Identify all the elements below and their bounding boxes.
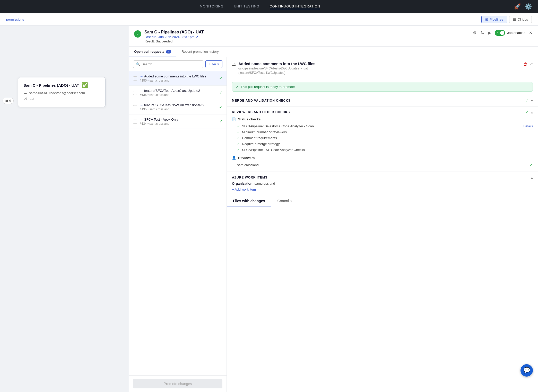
- tab-open-pull-requests[interactable]: Open pull requests 4: [129, 47, 176, 57]
- pr-info-180: → Added some comments into the LWC files…: [140, 74, 216, 82]
- search-input[interactable]: [142, 62, 201, 66]
- compare-button[interactable]: ⇅: [480, 30, 484, 36]
- pipeline-header-info: Sam C - Pipelines (ADO) - UAT Last run: …: [144, 30, 204, 43]
- pr-item-180[interactable]: → Added some comments into the LWC files…: [129, 71, 227, 86]
- ci-jobs-button[interactable]: ☰ CI jobs: [509, 16, 532, 23]
- pr-arrow-icon-136: →: [140, 89, 143, 93]
- pipelines-icon: ⊞: [485, 17, 488, 21]
- detail-title-info: Added some comments into the LWC files g…: [238, 61, 315, 75]
- secondary-navigation: permissions ⊞ Pipelines ☰ CI jobs: [0, 13, 538, 26]
- nav-unit-testing[interactable]: UNIT TESTING: [234, 4, 259, 9]
- pr-detail-header: ⇄ Added some comments into the LWC files…: [227, 57, 538, 79]
- pipeline-card-title: Sam C - Pipelines (ADO) - UAT: [23, 83, 79, 87]
- pr-title-text-136: feature/SFCATest-ApexClassUpdate2: [144, 89, 200, 93]
- check-icon-sfca-scan: ✓: [237, 124, 240, 128]
- pr-author-180: sam.crossland: [150, 79, 169, 82]
- nav-monitoring[interactable]: MONITORING: [200, 4, 223, 9]
- pr-checkbox-136[interactable]: [133, 91, 137, 95]
- details-link-sfca-scan[interactable]: Details: [523, 124, 533, 128]
- tab-files-with-changes[interactable]: Files with changes: [227, 195, 271, 207]
- reviewers-chevron-icon: ▴: [531, 110, 533, 114]
- merge-validation-section: MERGE AND VALIDATION CHECKS ✓ ▾: [227, 95, 538, 106]
- filter-chevron-icon: ▾: [217, 62, 219, 66]
- pr-title-text-135: feature/SFCATest-NoValidExtensionsPt2: [144, 103, 204, 107]
- reviewers-title: REVIEWERS AND OTHER CHECKS: [232, 110, 290, 114]
- pr-info-134: → SFCA Test - Apex Only #134 • sam.cross…: [140, 118, 216, 126]
- pr-item-135[interactable]: → feature/SFCATest-NoValidExtensionsPt2 …: [129, 100, 227, 114]
- azure-section-header[interactable]: AZURE WORK ITEMS ▴: [232, 175, 533, 180]
- pr-branch-path: gs-pipeline/feature/SFCATests-LWCUpdates…: [238, 67, 315, 70]
- promote-button-wrap: Promote changes: [129, 375, 227, 392]
- reviewers-section-header[interactable]: REVIEWERS AND OTHER CHECKS ✓ ▴: [232, 110, 533, 114]
- check-icon-comment-req: ✓: [237, 136, 240, 140]
- job-enabled-label: Job enabled: [507, 31, 525, 35]
- settings-button[interactable]: ⚙: [472, 30, 477, 36]
- tabs-bar: Open pull requests 4 Recent promotion hi…: [129, 47, 538, 57]
- pipeline-card-status-icon: ✅: [82, 82, 88, 88]
- delete-icon[interactable]: 🗑: [523, 62, 527, 66]
- pr-checkbox-180[interactable]: [133, 76, 137, 81]
- promote-changes-button[interactable]: Promote changes: [133, 379, 222, 388]
- check-icon-sf-code-analyzer: ✓: [237, 148, 240, 152]
- job-enabled-toggle[interactable]: ✓: [495, 30, 505, 36]
- check-icon-merge-strategy: ✓: [237, 142, 240, 146]
- reviewers-check-icon: ✓: [525, 110, 528, 114]
- azure-org-name: samcrossland: [254, 182, 275, 185]
- tab-recent-history-label: Recent promotion history: [181, 50, 219, 54]
- add-work-item-link[interactable]: + Add work item: [232, 188, 256, 191]
- pr-item-134[interactable]: → SFCA Test - Apex Only #134 • sam.cross…: [129, 114, 227, 129]
- pr-branch-sub: (feature/SFCATests-LWCUpdates): [238, 71, 315, 75]
- pr-arrow-icon-134: →: [140, 118, 143, 121]
- pr-title-text-134: SFCA Test - Apex Only: [144, 118, 178, 121]
- check-item-min-reviewers: ✓ Minimum number of reviewers: [232, 129, 533, 135]
- pr-arrow-icon-180: →: [140, 74, 143, 78]
- pr-checkbox-134[interactable]: [133, 120, 137, 124]
- pr-check-icon-134: ✓: [219, 119, 222, 124]
- status-checks-label: Status checks: [238, 117, 261, 121]
- pipeline-node-card[interactable]: Sam C - Pipelines (ADO) - UAT ✅ ☁ samc-u…: [18, 77, 106, 107]
- merge-validation-header[interactable]: MERGE AND VALIDATION CHECKS ✓ ▾: [232, 99, 533, 103]
- search-icon: 🔍: [136, 62, 140, 66]
- merge-icon: ⇄: [232, 62, 236, 68]
- pr-meta-134: #134 • sam.crossland: [140, 122, 216, 126]
- azure-org-label: Organization:: [232, 182, 254, 185]
- close-panel-button[interactable]: ✕: [528, 30, 533, 36]
- reviewer-row-sam: sam.crossland ✓: [232, 162, 533, 168]
- pr-item-136[interactable]: → feature/SFCATest-ApexClassUpdate2 #136…: [129, 86, 227, 100]
- check-item-sf-code-analyzer: ✓ SFCAPipeline - SF Code Analyzer Checks: [232, 147, 533, 153]
- play-button[interactable]: ▶: [488, 30, 492, 36]
- tab-open-pr-label: Open pull requests: [134, 50, 164, 54]
- external-link-icon[interactable]: ↗: [195, 35, 198, 39]
- pipeline-detail-title: Sam C - Pipelines (ADO) - UAT: [144, 30, 204, 34]
- main-content: ⇄ 4 Sam C - Pipelines (ADO) - UAT ✅ ☁ sa…: [0, 26, 538, 392]
- merge-validation-icons: ✓ ▾: [525, 99, 533, 103]
- pr-title-134: → SFCA Test - Apex Only: [140, 118, 216, 121]
- pr-info-135: → feature/SFCATest-NoValidExtensionsPt2 …: [140, 103, 216, 111]
- job-enabled-toggle-wrap: ✓ Job enabled: [495, 30, 525, 36]
- nav-ci[interactable]: CONTINUOUS INTEGRATION: [270, 4, 320, 9]
- branch-icon: ⎇: [23, 96, 28, 101]
- ci-jobs-label: CI jobs: [518, 17, 528, 21]
- settings-gear-icon[interactable]: ⚙️: [525, 3, 532, 10]
- ready-text: This pull request is ready to promote: [241, 85, 295, 89]
- filter-button[interactable]: Filter ▾: [205, 60, 222, 68]
- check-label-merge-strategy: Require a merge strategy: [242, 142, 280, 146]
- pr-author-136: sam.crossland: [150, 93, 169, 97]
- pipeline-card-branch: uat: [30, 97, 34, 101]
- permissions-link[interactable]: permissions: [6, 17, 24, 21]
- reviewers-group-title: 👤 Reviewers: [232, 156, 533, 160]
- tab-commits[interactable]: Commits: [271, 195, 298, 207]
- external-link-icon[interactable]: ↗: [530, 61, 533, 66]
- pipeline-card-email: samc-uat-azuredevops@gearset.com: [29, 91, 85, 95]
- tab-recent-history[interactable]: Recent promotion history: [176, 47, 224, 57]
- pipelines-button[interactable]: ⊞ Pipelines: [481, 16, 507, 23]
- ci-jobs-icon: ☰: [513, 17, 516, 21]
- pipeline-result: Result: Succeeded: [144, 39, 204, 43]
- pr-arrow-icon-135: →: [140, 103, 143, 107]
- pr-dot-134: •: [147, 122, 150, 126]
- chat-button[interactable]: 💬: [520, 364, 533, 377]
- pr-id-134: #134: [140, 122, 147, 126]
- reviewers-list: 👤 Reviewers sam.crossland ✓: [232, 156, 533, 168]
- pr-checkbox-135[interactable]: [133, 105, 137, 109]
- reviewer-approved-icon: ✓: [530, 163, 533, 167]
